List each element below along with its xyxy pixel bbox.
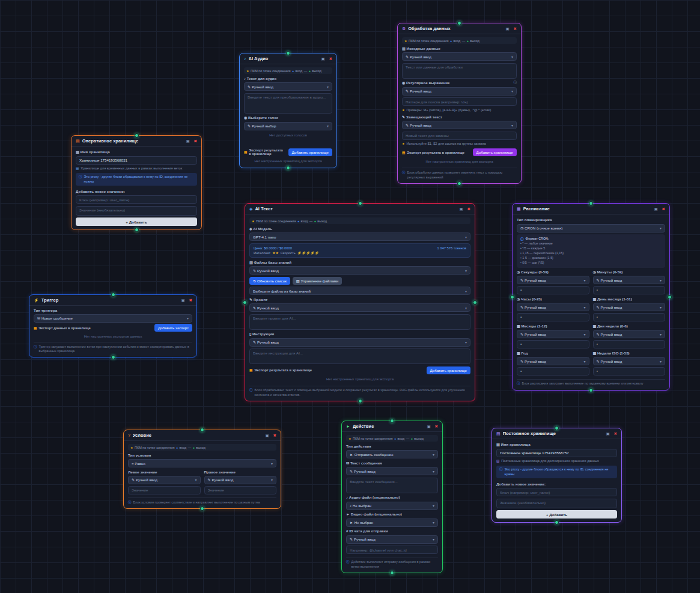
- connection-port-top[interactable]: [457, 21, 461, 25]
- right-value-source-select[interactable]: ✎ Ручной ввод ▾: [204, 476, 277, 484]
- value-input[interactable]: [496, 499, 617, 508]
- duplicate-node-icon[interactable]: ▣: [654, 207, 657, 211]
- prompt-source-select[interactable]: ✎ Ручной ввод ▾: [249, 303, 470, 312]
- field-source-select[interactable]: ✎ Ручной ввод ▾: [593, 330, 666, 338]
- node-persistent-storage[interactable]: ▤ Постоянное хранилище ▣ ✖ ▤ Имя хранили…: [492, 428, 622, 523]
- delete-node-icon[interactable]: ✖: [662, 207, 665, 211]
- connection-port-top[interactable]: [358, 201, 362, 205]
- prompt-input[interactable]: [249, 314, 470, 330]
- audio-file-select[interactable]: ♪ Не выбран ▾: [346, 502, 438, 510]
- condition-type-select[interactable]: = Равно ▾: [128, 459, 276, 467]
- action-type-select[interactable]: ► Отправить сообщение ▾: [346, 450, 438, 458]
- delete-node-icon[interactable]: ✖: [435, 424, 438, 429]
- node-operational-storage[interactable]: ▤ Оперативное хранилище ▣ ✖ ▤ Имя хранил…: [71, 135, 202, 230]
- connection-port-bottom[interactable]: [286, 166, 290, 170]
- instructions-input[interactable]: [249, 348, 470, 364]
- connection-port-bottom[interactable]: [358, 399, 362, 403]
- delete-node-icon[interactable]: ✖: [614, 431, 617, 436]
- field-value-input[interactable]: [517, 313, 589, 321]
- connection-port-bottom[interactable]: [135, 228, 139, 232]
- field-source-select[interactable]: ✎ Ручной ввод ▾: [517, 276, 589, 284]
- field-value-input[interactable]: [517, 286, 589, 294]
- field-value-input[interactable]: [593, 367, 666, 376]
- field-source-select[interactable]: ✎ Ручной ввод ▾: [593, 276, 666, 284]
- audio-text-source-select[interactable]: ✎ Ручной ввод ▾: [244, 82, 332, 91]
- delete-node-icon[interactable]: ✖: [514, 26, 517, 31]
- duplicate-node-icon[interactable]: ▣: [265, 433, 269, 438]
- regex-pattern-input[interactable]: [402, 97, 517, 106]
- field-source-select[interactable]: ✎ Ручной ввод ▾: [517, 303, 589, 311]
- storage-name-input[interactable]: [496, 449, 617, 457]
- node-trigger[interactable]: ⚡ Триггер ▣ ✖ Тип триггера ✉ Новое сообщ…: [29, 294, 197, 357]
- add-value-button[interactable]: + Добавить: [76, 217, 197, 226]
- key-input[interactable]: [496, 488, 617, 496]
- duplicate-node-icon[interactable]: ▣: [321, 56, 324, 61]
- connection-port-top[interactable]: [135, 133, 139, 138]
- message-source-select[interactable]: ✎ Ручной ввод ▾: [346, 467, 438, 475]
- delete-node-icon[interactable]: ✖: [189, 298, 192, 303]
- regex-source-select[interactable]: ✎ Ручной ввод ▾: [402, 87, 517, 96]
- message-text-input[interactable]: [346, 478, 438, 493]
- knowledge-files-source-select[interactable]: ✎ Ручной ввод ▾: [249, 266, 470, 275]
- node-data-processing[interactable]: ⚙ Обработка данных ▣ ✖ ★ ПКМ по точке со…: [397, 23, 522, 184]
- field-source-select[interactable]: ✎ Ручной ввод ▾: [517, 357, 589, 365]
- add-storage-button[interactable]: Добавить хранилище: [288, 148, 332, 156]
- left-value-input[interactable]: [128, 486, 201, 494]
- connection-port-bottom[interactable]: [555, 520, 559, 525]
- connection-port-right[interactable]: [668, 295, 672, 299]
- value-input[interactable]: [76, 206, 197, 216]
- add-storage-button[interactable]: Добавить хранилище: [473, 148, 517, 156]
- add-value-button[interactable]: + Добавить: [496, 510, 617, 518]
- node-editor-canvas[interactable]: ▤ Оперативное хранилище ▣ ✖ ▤ Имя хранил…: [0, 0, 700, 593]
- video-file-select[interactable]: ► Не выбран ▾: [346, 518, 438, 527]
- duplicate-node-icon[interactable]: ▣: [606, 431, 609, 436]
- node-action[interactable]: ► Действие ▣ ✖ ★ ПКМ по точке соединения…: [341, 421, 443, 573]
- duplicate-node-icon[interactable]: ▣: [427, 424, 430, 429]
- chat-id-source-select[interactable]: ✎ Ручной ввод ▾: [346, 535, 438, 544]
- connection-port-top[interactable]: [200, 428, 204, 432]
- field-value-input[interactable]: [517, 340, 589, 348]
- add-export-button[interactable]: Добавить экспорт: [154, 324, 192, 332]
- chat-id-input[interactable]: [346, 546, 438, 554]
- duplicate-node-icon[interactable]: ▣: [459, 207, 463, 211]
- storage-name-input[interactable]: [76, 156, 197, 165]
- manage-files-button[interactable]: ▧ Управление файлами: [293, 277, 342, 285]
- ai-model-select[interactable]: GPT-4.1 nano ▾: [249, 233, 470, 241]
- connection-port-bottom[interactable]: [457, 181, 461, 186]
- node-ai-audio[interactable]: ♪ AI Аудио ▣ ✖ ★ ПКМ по точке соединения…: [239, 53, 337, 168]
- field-source-select[interactable]: ✎ Ручной ввод ▾: [517, 330, 589, 338]
- add-storage-button[interactable]: Добавить хранилище: [427, 366, 470, 374]
- left-value-source-select[interactable]: ✎ Ручной ввод ▾: [128, 476, 201, 484]
- source-data-input[interactable]: [402, 63, 517, 79]
- connection-port-bottom[interactable]: [200, 506, 204, 511]
- delete-node-icon[interactable]: ✖: [194, 139, 197, 144]
- node-schedule[interactable]: ▦ Расписание ▣ ✖ Тип планировщика ◷ CRON…: [512, 203, 670, 391]
- instructions-source-select[interactable]: ✎ Ручной ввод ▾: [249, 338, 470, 347]
- key-input[interactable]: [76, 195, 197, 204]
- replace-text-input[interactable]: [402, 132, 517, 140]
- connection-port-bottom[interactable]: [589, 388, 593, 392]
- delete-node-icon[interactable]: ✖: [273, 433, 276, 438]
- field-value-input[interactable]: [517, 367, 589, 376]
- delete-node-icon[interactable]: ✖: [467, 207, 470, 211]
- connection-port-top[interactable]: [111, 293, 115, 297]
- delete-node-icon[interactable]: ✖: [329, 56, 332, 61]
- refresh-files-button[interactable]: ↻ Обновить список: [249, 277, 290, 285]
- connection-port-top[interactable]: [555, 426, 559, 430]
- node-ai-text[interactable]: ◈ AI Текст ▣ ✖ ★ ПКМ по точке соединения…: [245, 203, 475, 401]
- trigger-type-select[interactable]: ✉ Новое сообщение ▾: [34, 314, 192, 323]
- field-value-input[interactable]: [593, 313, 666, 321]
- duplicate-node-icon[interactable]: ▣: [186, 139, 189, 144]
- field-value-input[interactable]: [593, 286, 666, 294]
- duplicate-node-icon[interactable]: ▣: [505, 26, 509, 31]
- node-condition[interactable]: ? Условие ▣ ✖ ★ ПКМ по точке соединения …: [123, 430, 281, 509]
- connection-port-right[interactable]: [473, 300, 477, 305]
- scheduler-type-select[interactable]: ◷ CRON (точное время) ▾: [517, 224, 665, 233]
- connection-port-bottom[interactable]: [390, 571, 394, 575]
- field-value-input[interactable]: [593, 340, 666, 348]
- knowledge-files-select[interactable]: Выберите файлы из базы знаний ▾: [249, 287, 470, 295]
- connection-port-bottom[interactable]: [111, 355, 115, 359]
- connection-port-top[interactable]: [286, 51, 290, 55]
- connection-port-top[interactable]: [589, 201, 593, 205]
- voice-select[interactable]: ✎ Ручной выбор ▾: [244, 122, 332, 130]
